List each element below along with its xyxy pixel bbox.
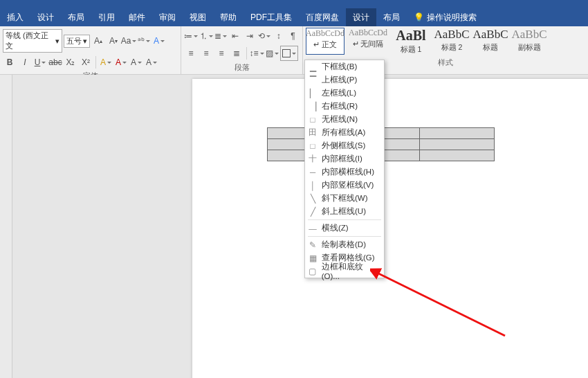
group-font: 等线 (西文正文▾ 五号▾ A▴ A▾ Aa ᵃᵇ A B I U abc X₂… [0, 26, 181, 74]
style-preview: AaBbC [434, 28, 470, 42]
justify-button[interactable]: ≣ [230, 46, 244, 60]
multilevel-list-button[interactable]: ≣ [214, 29, 228, 43]
text-highlight-button[interactable]: A [99, 55, 113, 69]
align-left-button[interactable]: ≡ [184, 46, 198, 60]
draw-table-icon: ✎ [308, 240, 318, 250]
menu-diagonal-down[interactable]: ╲斜下框线(W) [305, 192, 384, 205]
left-border-icon: ▏ [308, 89, 318, 98]
phonetic-guide-button[interactable]: ᵃᵇ [137, 34, 151, 48]
tab-baidunetdisk[interactable]: 百度网盘 [299, 8, 346, 26]
menu-horizontal-line[interactable]: —横线(Z) [305, 222, 384, 235]
lightbulb-icon: 💡 [414, 12, 424, 22]
svg-line-0 [376, 272, 505, 336]
outside-borders-icon: □ [308, 141, 318, 151]
sort-button[interactable]: ↕ [272, 29, 285, 43]
ribbon-tabs: 插入 设计 布局 引用 邮件 审阅 视图 帮助 PDF工具集 百度网盘 设计 布… [0, 8, 588, 26]
line-spacing-button[interactable]: ↕≡ [250, 46, 264, 60]
search-label: 操作说明搜索 [427, 12, 477, 24]
align-right-button[interactable]: ≡ [214, 46, 228, 60]
menu-no-border[interactable]: □无框线(N) [305, 113, 384, 126]
menu-draw-table[interactable]: ✎绘制表格(D) [305, 238, 384, 251]
borders-button[interactable] [280, 46, 298, 61]
borders-icon [282, 49, 291, 57]
font-size-combo[interactable]: 五号▾ [64, 35, 90, 48]
separator [95, 56, 96, 69]
asian-layout-button[interactable]: ⟲ [257, 29, 270, 43]
menu-inside-horizontal[interactable]: ─内部横框线(H) [305, 165, 384, 179]
style-subtitle[interactable]: AaBbC 副标题 [512, 28, 546, 55]
bottom-border-icon: ▁ [308, 62, 318, 72]
decrease-indent-button[interactable]: ⇤ [229, 29, 242, 43]
increase-indent-button[interactable]: ⇥ [244, 29, 257, 43]
tab-design[interactable]: 设计 [30, 8, 61, 26]
tab-pdftools[interactable]: PDF工具集 [244, 8, 299, 26]
no-border-icon: □ [308, 115, 318, 125]
numbering-button[interactable]: ⒈ [199, 29, 213, 43]
diag-up-icon: ╱ [308, 207, 318, 217]
tab-view[interactable]: 视图 [183, 8, 213, 26]
diag-down-icon: ╲ [308, 194, 318, 204]
subscript-button[interactable]: X₂ [64, 55, 77, 69]
menu-separator [308, 236, 381, 237]
increase-font-button[interactable]: A▴ [91, 34, 105, 48]
style-normal[interactable]: AaBbCcDd ↵ 正文 [306, 28, 344, 55]
style-label: 标题 1 [401, 45, 422, 55]
tab-insert[interactable]: 插入 [0, 8, 30, 26]
style-preview: AaBbC [473, 28, 508, 42]
tab-help[interactable]: 帮助 [213, 8, 244, 26]
menu-top-border[interactable]: ▔上框线(P) [305, 73, 384, 87]
underline-button[interactable]: U [33, 55, 47, 69]
tab-layout[interactable]: 布局 [61, 8, 91, 26]
bold-button[interactable]: B [3, 55, 17, 69]
change-case-button[interactable]: Aa [122, 34, 136, 48]
style-gallery[interactable]: AaBbCcDd ↵ 正文 AaBbCcDd ↵ 无间隔 AaBl 标题 1 A… [303, 26, 588, 56]
menu-bottom-border[interactable]: ▁下框线(B) [305, 60, 384, 73]
style-label: ↵ 无间隔 [353, 39, 384, 49]
italic-button[interactable]: I [18, 55, 32, 69]
strikethrough-button[interactable]: abc [48, 55, 62, 69]
char-shading-button[interactable]: A [129, 55, 143, 69]
decrease-font-button[interactable]: A▾ [107, 34, 120, 48]
tab-mailings[interactable]: 邮件 [122, 8, 152, 26]
style-no-spacing[interactable]: AaBbCcDd ↵ 无间隔 [349, 28, 387, 55]
style-heading1[interactable]: AaBl 标题 1 [392, 28, 430, 55]
style-title[interactable]: AaBbC 标题 [473, 28, 508, 55]
style-label: 副标题 [518, 43, 541, 53]
menu-all-borders[interactable]: 田所有框线(A) [305, 126, 384, 139]
text-effects-button[interactable]: A [152, 34, 166, 48]
group-paragraph: ≔ ⒈ ≣ ⇤ ⇥ ⟲ ↕ ¶ ≡ ≡ ≡ ≣ ↕≡ ▨ 段落 [181, 26, 303, 74]
borders-shading-icon: ▢ [308, 267, 318, 276]
tell-me-search[interactable]: 💡 操作说明搜索 [407, 12, 484, 24]
bullets-button[interactable]: ≔ [184, 29, 198, 43]
gridlines-icon: ▦ [308, 253, 318, 263]
menu-separator [308, 219, 381, 220]
menu-outside-borders[interactable]: □外侧框线(S) [305, 139, 384, 152]
style-label: 标题 [483, 43, 498, 53]
menu-inside-vertical[interactable]: │内部竖框线(V) [305, 179, 384, 192]
char-border-button[interactable]: A [145, 55, 158, 69]
left-panel [0, 75, 12, 378]
shading-button[interactable]: ▨ [265, 46, 279, 60]
tab-references[interactable]: 引用 [91, 8, 122, 26]
show-marks-button[interactable]: ¶ [286, 29, 300, 43]
font-color-button[interactable]: A [114, 55, 128, 69]
menu-inside-borders[interactable]: 十内部框线(I) [305, 152, 384, 165]
font-name-combo[interactable]: 等线 (西文正文▾ [3, 29, 62, 53]
all-borders-icon: 田 [308, 128, 318, 138]
top-border-icon: ▔ [308, 75, 318, 85]
tab-table-design[interactable]: 设计 [346, 8, 376, 26]
align-center-button[interactable]: ≡ [199, 46, 213, 60]
hline-icon: — [308, 224, 318, 233]
style-preview: AaBl [396, 28, 425, 44]
style-label: ↵ 正文 [313, 40, 337, 50]
menu-right-border[interactable]: ▕右框线(R) [305, 100, 384, 113]
menu-diagonal-up[interactable]: ╱斜上框线(U) [305, 205, 384, 218]
superscript-button[interactable]: X² [79, 55, 93, 69]
tab-table-layout[interactable]: 布局 [376, 8, 407, 26]
style-preview: AaBbCcDd [306, 28, 344, 39]
style-heading2[interactable]: AaBbC 标题 2 [434, 28, 469, 55]
style-preview: AaBbC [512, 28, 547, 42]
menu-left-border[interactable]: ▏左框线(L) [305, 87, 384, 100]
ribbon: 等线 (西文正文▾ 五号▾ A▴ A▾ Aa ᵃᵇ A B I U abc X₂… [0, 26, 588, 75]
tab-review[interactable]: 审阅 [152, 8, 183, 26]
